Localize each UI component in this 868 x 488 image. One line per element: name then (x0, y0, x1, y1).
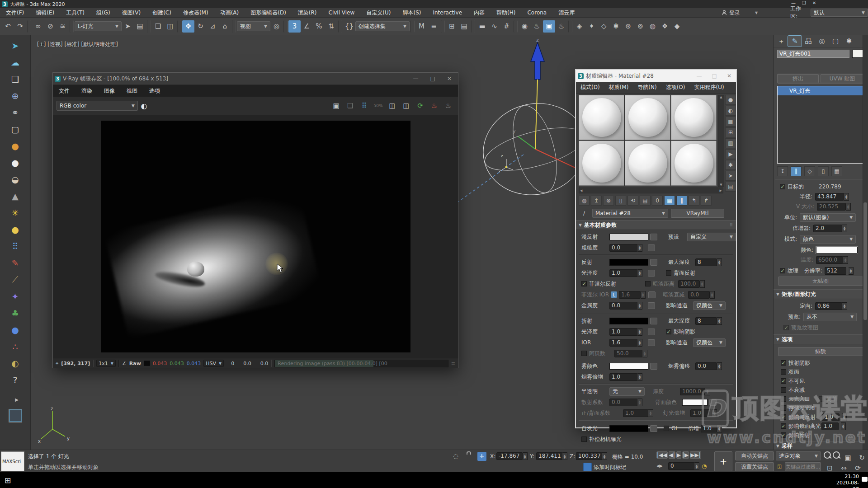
align-icon[interactable]: ≡ (428, 20, 440, 33)
left-tool-palette-icon[interactable]: ◐ (7, 355, 24, 371)
make-preview-icon[interactable]: ▶ (725, 149, 736, 159)
fresnel-ior-map-button[interactable] (648, 291, 656, 298)
separator[interactable] (283, 20, 288, 33)
reflect-maxdepth-field[interactable]: 8 (695, 258, 717, 266)
render-setup-icon[interactable]: ♨ (531, 20, 543, 33)
spinner[interactable]: ▲▼ (637, 244, 642, 252)
taskbar-clock[interactable]: 21:30 2020-08-27 (834, 474, 859, 488)
show-map-in-viewport-icon[interactable]: ▦ (664, 196, 675, 206)
viewport-layout-button[interactable] (9, 409, 22, 422)
plugin-icon-6[interactable]: ⊚ (634, 20, 646, 33)
exclude-button[interactable]: 排除 (778, 347, 863, 356)
separator[interactable] (232, 20, 236, 33)
use-pivot-center-icon[interactable]: ◎ (270, 20, 283, 33)
vfb-maximize-button[interactable]: □ (430, 75, 435, 82)
menu-item[interactable]: 自定义(U) (360, 8, 396, 17)
gi-checkbox[interactable]: ✓ (664, 426, 669, 431)
go-to-start-icon[interactable]: |◀◀ (656, 451, 668, 459)
material-slot[interactable] (579, 141, 624, 186)
uvw-map-button[interactable]: UVW 贴图 (821, 74, 864, 83)
vfb-minimize-button[interactable]: — (413, 75, 419, 82)
raw-mode-label[interactable]: Raw (129, 361, 141, 366)
vfb-menu-item[interactable]: 渲染 (75, 87, 98, 95)
resolution-field[interactable]: 512 (825, 267, 846, 275)
select-and-move-icon[interactable]: ✥ (182, 20, 194, 33)
plugin-icon-3[interactable]: ◇ (598, 20, 610, 33)
separator[interactable] (147, 20, 151, 33)
targeted-checkbox[interactable]: ✓ (780, 184, 785, 189)
metalness-field[interactable]: 0.0 (609, 302, 637, 310)
material-slot[interactable] (671, 95, 717, 140)
prev-frame-icon[interactable]: ◀| (669, 451, 675, 459)
backlight-icon[interactable]: ◐ (725, 106, 736, 116)
layer-explorer-icon[interactable]: ▤ (458, 20, 470, 33)
material-editor-title-bar[interactable]: 3 材质编辑器 - Material #28 — □ ✕ (576, 70, 736, 82)
menu-item[interactable]: 组(G) (90, 8, 116, 17)
viewport-label[interactable]: [+] [透视] [标准] [默认明暗处理] (37, 41, 118, 48)
zoom-icon[interactable] (824, 451, 831, 459)
menu-item[interactable]: 编辑(E) (30, 8, 60, 17)
select-object-icon[interactable]: ➤ (122, 20, 134, 33)
pixel-zoom-select[interactable]: 1x1▼ (96, 360, 116, 367)
spinner[interactable]: ▲▼ (842, 413, 847, 421)
scroll-up-icon[interactable]: ▲ (718, 95, 724, 99)
select-and-link-icon[interactable]: ∞ (32, 20, 44, 33)
targeted-value[interactable]: 220.789 (819, 183, 841, 190)
angle-snap-icon[interactable]: ∠ (301, 20, 313, 33)
roughness-field[interactable]: 0.0 (609, 244, 637, 252)
schematic-view-icon[interactable]: # (500, 20, 513, 33)
left-tool-brush-icon[interactable]: ✎ (7, 254, 24, 271)
spinner[interactable]: ▲▼ (849, 267, 854, 275)
key-filter-icon[interactable]: ⚿ (776, 463, 783, 470)
plugin-icon-9[interactable]: ◆ (671, 20, 683, 33)
vfb-image-area[interactable] (53, 115, 458, 358)
vfb-menu-item[interactable]: 视图 (121, 87, 143, 95)
plugin-icon-1[interactable]: ◈ (573, 20, 585, 33)
spinner[interactable]: ▲▼ (717, 258, 722, 266)
curve-editor-icon[interactable]: ∿ (488, 20, 500, 33)
spinner[interactable]: ▲▼ (717, 362, 722, 370)
spinner[interactable]: ▲▼ (637, 328, 642, 336)
separator[interactable] (70, 20, 74, 33)
redo-icon[interactable]: ↷ (14, 20, 26, 33)
menu-item[interactable]: 动画(A) (214, 8, 245, 17)
menu-item[interactable]: 内容 (468, 8, 491, 17)
unlink-selection-icon[interactable]: ⊘ (44, 20, 57, 33)
spinner-snap-icon[interactable]: ⇅ (325, 20, 337, 33)
multiplier-field[interactable]: 2.0 (813, 225, 842, 232)
material-slot[interactable] (625, 141, 670, 186)
left-tool-window-icon[interactable]: ❏ (7, 70, 24, 87)
material-id-icon[interactable]: 0 (652, 196, 663, 206)
tab-create[interactable]: ＋ (774, 36, 788, 47)
extrude-button[interactable]: 挤出 (777, 74, 819, 83)
configure-modifier-sets-icon[interactable]: ▦ (831, 166, 842, 176)
vfb-menu-item[interactable]: 文件 (53, 87, 75, 95)
left-tool-gizmo-icon[interactable]: ⊕ (7, 87, 24, 104)
material-type-button[interactable]: VRayMtl (671, 209, 724, 218)
mirror-icon[interactable]: M (415, 20, 428, 33)
vray-frame-buffer-window[interactable]: 3 V-Ray 帧缓存区 - [100.0% of 684 x 513] — □… (52, 72, 458, 368)
plugin-icon-4[interactable]: ✱ (610, 20, 622, 33)
separator[interactable] (338, 20, 342, 33)
select-by-material-icon[interactable]: ➤ (725, 171, 736, 181)
modifier-stack[interactable]: VR_灯光 (777, 86, 864, 164)
ribbon-toggle-icon[interactable]: ▬ (476, 20, 488, 33)
left-tool-white-sphere-icon[interactable]: ● (7, 154, 24, 171)
separator[interactable] (177, 20, 181, 33)
put-to-library-icon[interactable]: ▤ (640, 196, 651, 206)
spinner[interactable]: ▲▼ (637, 339, 642, 347)
me-minimize-button[interactable]: — (697, 73, 702, 79)
reference-coordinate-select[interactable]: 视图▼ (237, 21, 270, 31)
menu-item[interactable]: 渲染(R) (292, 8, 323, 17)
refract-map-button[interactable] (650, 318, 657, 324)
separator[interactable] (514, 20, 518, 33)
left-tool-dots-icon[interactable]: ∴ (7, 338, 24, 355)
abbe-checkbox[interactable]: ✓ (581, 351, 587, 356)
store-irradiance-checkbox[interactable]: ✓ (781, 405, 786, 411)
add-time-tag[interactable]: 添加时间标记 (594, 464, 626, 471)
left-tool-plant-icon[interactable]: ♣ (7, 305, 24, 321)
tab-display[interactable]: ▢ (829, 36, 842, 47)
double-sided-checkbox[interactable]: ✓ (781, 369, 786, 375)
material-editor-window[interactable]: 3 材质编辑器 - Material #28 — □ ✕ 模式(D)材质(M)导… (575, 69, 737, 428)
select-and-rotate-icon[interactable]: ↻ (194, 20, 207, 33)
